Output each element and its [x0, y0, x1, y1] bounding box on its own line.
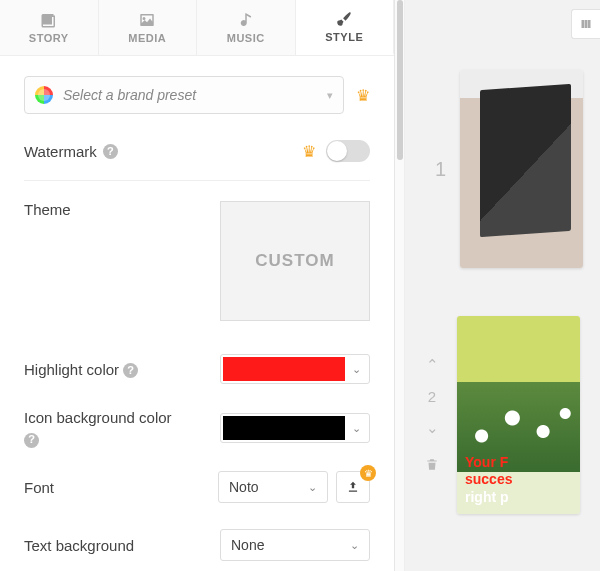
brand-preset-select[interactable]: Select a brand preset ▾	[24, 76, 344, 114]
text-bg-value: None	[231, 537, 264, 553]
crown-icon: ♛	[356, 86, 370, 105]
tab-style[interactable]: STYLE	[296, 0, 395, 55]
highlight-color-swatch	[223, 357, 345, 381]
font-label: Font	[24, 477, 184, 498]
tab-music[interactable]: MUSIC	[197, 0, 296, 55]
icon-bg-color-picker[interactable]: ⌄	[220, 413, 370, 443]
image-icon	[137, 11, 157, 29]
help-icon[interactable]: ?	[103, 144, 118, 159]
newspaper-icon	[39, 11, 59, 29]
move-slide-up-button[interactable]: ⌃	[421, 356, 443, 374]
premium-badge-icon: ♛	[360, 465, 376, 481]
scrollbar-thumb[interactable]	[397, 0, 403, 160]
tab-story[interactable]: STORY	[0, 0, 99, 55]
move-slide-down-button[interactable]: ⌄	[421, 419, 443, 437]
upload-icon	[346, 480, 360, 494]
text-bg-label: Text background	[24, 535, 184, 556]
columns-icon	[579, 18, 593, 30]
chevron-down-icon: ▾	[327, 89, 333, 102]
delete-slide-button[interactable]	[421, 457, 443, 475]
tab-music-label: MUSIC	[227, 32, 265, 44]
music-icon	[236, 11, 256, 29]
panel-collapse-button[interactable]	[571, 9, 600, 39]
theme-value: CUSTOM	[255, 251, 334, 271]
tab-story-label: STORY	[29, 32, 69, 44]
font-select[interactable]: Noto ⌄	[218, 471, 328, 503]
slide-thumbnail-1[interactable]	[460, 70, 583, 268]
slide-2-index: 2	[421, 388, 443, 405]
tab-media-label: MEDIA	[128, 32, 166, 44]
palette-icon	[35, 86, 53, 104]
chevron-down-icon: ⌄	[308, 481, 317, 494]
chevron-down-icon: ⌄	[350, 539, 359, 552]
theme-label: Theme	[24, 201, 71, 218]
slide-1-index: 1	[435, 158, 446, 181]
left-scrollbar[interactable]	[395, 0, 405, 571]
text-bg-select[interactable]: None ⌄	[220, 529, 370, 561]
crown-icon: ♛	[302, 142, 316, 161]
tab-style-label: STYLE	[325, 31, 363, 43]
tab-media[interactable]: MEDIA	[99, 0, 198, 55]
slide-2-caption: Your F succes right p	[465, 454, 576, 507]
trash-icon	[425, 457, 439, 472]
chevron-down-icon: ⌄	[345, 422, 367, 435]
help-icon[interactable]: ?	[24, 433, 39, 448]
watermark-toggle[interactable]	[326, 140, 370, 162]
highlight-color-picker[interactable]: ⌄	[220, 354, 370, 384]
font-value: Noto	[229, 479, 259, 495]
brush-icon	[334, 10, 354, 28]
icon-bg-label: Icon background color	[24, 409, 172, 426]
brand-preset-placeholder: Select a brand preset	[63, 87, 327, 103]
theme-selector[interactable]: CUSTOM	[220, 201, 370, 321]
chevron-down-icon: ⌄	[345, 363, 367, 376]
help-icon[interactable]: ?	[123, 363, 138, 378]
icon-bg-swatch	[223, 416, 345, 440]
highlight-color-label: Highlight color	[24, 361, 119, 378]
upload-font-button[interactable]: ♛	[336, 471, 370, 503]
watermark-label: Watermark	[24, 143, 97, 160]
slide-thumbnail-2[interactable]: Your F succes right p	[457, 316, 580, 514]
